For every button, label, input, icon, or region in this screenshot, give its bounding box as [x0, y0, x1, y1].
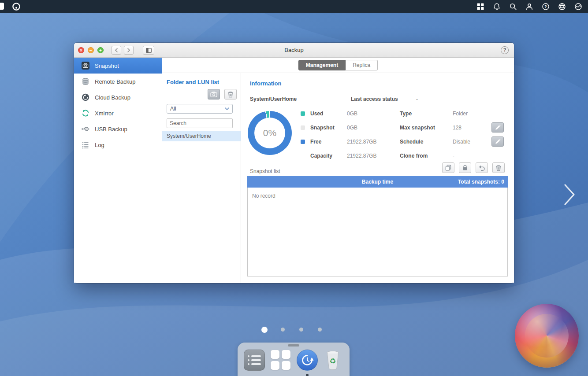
clone-snapshot-button[interactable] [442, 162, 454, 173]
sidebar-item-label: Remote Backup [95, 78, 136, 85]
camera-icon [210, 92, 217, 97]
information-title: Information [250, 80, 282, 87]
take-snapshot-button[interactable] [208, 89, 220, 100]
undo-icon [479, 165, 485, 171]
sidebar-item-label: Xmirror [95, 110, 114, 117]
dock-handle[interactable] [288, 344, 299, 347]
bell-icon [493, 3, 501, 11]
selected-folder-name: System/UserHome [250, 96, 297, 102]
edit-schedule-button[interactable] [491, 136, 504, 147]
information-panel: Information System/UserHome Last access … [241, 73, 514, 283]
legend-row-free: Free 21922.87GB [301, 138, 376, 145]
legend-value: 21922.87GB [347, 153, 376, 159]
restore-snapshot-button[interactable] [476, 162, 488, 173]
prop-row-schedule: Schedule Disable [400, 138, 470, 145]
prop-value: - [453, 153, 454, 159]
prop-label: Type [400, 111, 453, 117]
help-icon: ? [542, 3, 550, 11]
window-sidebar: Snapshot Remote Backup [74, 58, 162, 283]
resource-monitor-icon [574, 3, 582, 11]
used-swatch [301, 111, 305, 116]
snapshot-list-label: Snapshot list [250, 168, 280, 174]
legend-label: Used [310, 111, 347, 117]
trash-icon [227, 91, 234, 98]
drive-bay-row [248, 363, 261, 365]
window-title: Backup [74, 43, 514, 58]
sidebar-item-usb-backup[interactable]: USB Backup [74, 121, 162, 137]
usb-backup-icon [81, 125, 90, 133]
sidebar-item-label: Log [95, 142, 104, 148]
snapshot-table-body: No record [247, 188, 508, 276]
topbar-icons: ? [476, 0, 583, 13]
usage-percent: 0% [248, 111, 292, 155]
language-button[interactable] [558, 2, 566, 11]
globe-icon [558, 3, 566, 11]
delete-snapshot-button[interactable] [492, 162, 505, 173]
drive-bay-row [248, 359, 261, 361]
remote-backup-icon [81, 77, 90, 86]
sidebar-item-xmirror[interactable]: Xmirror [74, 105, 162, 121]
prop-row-clone-from: Clone from - [400, 152, 454, 159]
prop-value: Folder [453, 111, 468, 117]
folder-list-item[interactable]: System/UserHome [162, 131, 241, 141]
pencil-icon [495, 139, 501, 144]
last-access-label: Last access status [351, 96, 398, 102]
apps-grid-icon [476, 3, 484, 11]
page-dot-1[interactable] [261, 327, 268, 333]
folder-filter-select[interactable]: All [167, 104, 233, 114]
dock-system-manager-icon[interactable] [244, 350, 265, 371]
no-record-text: No record [248, 188, 507, 204]
trash-icon [495, 165, 502, 171]
sidebar-item-remote-backup[interactable]: Remote Backup [74, 74, 162, 89]
capacity-swatch [301, 154, 305, 158]
search-button[interactable] [509, 2, 517, 11]
lock-icon [462, 165, 468, 171]
snapshot-table-header: Backup time Total snapshots: 0 [247, 176, 508, 188]
dock: ♻ [238, 343, 350, 376]
prop-value: 128 [453, 125, 461, 131]
user-icon [525, 3, 533, 11]
svg-text:?: ? [544, 4, 547, 9]
tab-strip: Management Replica [162, 58, 514, 73]
sidebar-item-snapshot[interactable]: Snapshot [74, 58, 162, 74]
help-button[interactable]: ? [541, 2, 550, 11]
edit-max-snapshot-button[interactable] [491, 122, 504, 133]
legend-value: 0GB [347, 125, 357, 131]
sidebar-item-log[interactable]: Log [74, 137, 162, 153]
prop-label: Max snapshot [400, 125, 453, 131]
snapshot-swatch [301, 125, 305, 130]
dock-backup-app-icon[interactable] [297, 350, 318, 371]
free-swatch [301, 140, 305, 144]
legend-value: 0GB [347, 111, 357, 117]
notifications-button[interactable] [492, 2, 501, 11]
tab-management[interactable]: Management [298, 60, 346, 70]
page-dot-4[interactable] [318, 328, 322, 332]
resource-monitor-button[interactable] [574, 2, 583, 11]
search-input[interactable] [167, 118, 233, 128]
page-dot-3[interactable] [299, 328, 303, 332]
dock-app-drawer-icon[interactable] [270, 350, 291, 371]
screen-edge-panel-tab[interactable] [0, 3, 4, 10]
adm-logo-icon [11, 2, 21, 11]
svg-text:♻: ♻ [330, 357, 336, 365]
backup-window: × − + Backup ? [74, 43, 514, 283]
sidebar-item-label: USB Backup [95, 126, 127, 133]
page-dot-2[interactable] [281, 328, 285, 332]
sidebar-item-cloud-backup[interactable]: Cloud Backup [74, 89, 162, 105]
lock-snapshot-button[interactable] [459, 162, 471, 173]
drive-bay-row [248, 355, 261, 357]
xmirror-icon [81, 109, 90, 118]
search-icon [509, 3, 517, 11]
legend-label: Capacity [310, 153, 347, 159]
window-titlebar[interactable]: × − + Backup ? [74, 43, 514, 58]
adm-logo[interactable] [11, 2, 21, 11]
user-button[interactable] [525, 2, 534, 11]
dock-recycle-bin-icon[interactable]: ♻ [323, 350, 344, 371]
recycle-bin-icon: ♻ [323, 350, 342, 371]
next-page-chevron[interactable] [562, 182, 577, 207]
last-access-value: - [416, 96, 418, 102]
delete-folder-button[interactable] [224, 89, 237, 100]
window-help-button[interactable]: ? [501, 46, 509, 54]
apps-grid-button[interactable] [476, 2, 485, 11]
tab-replica[interactable]: Replica [346, 60, 378, 70]
